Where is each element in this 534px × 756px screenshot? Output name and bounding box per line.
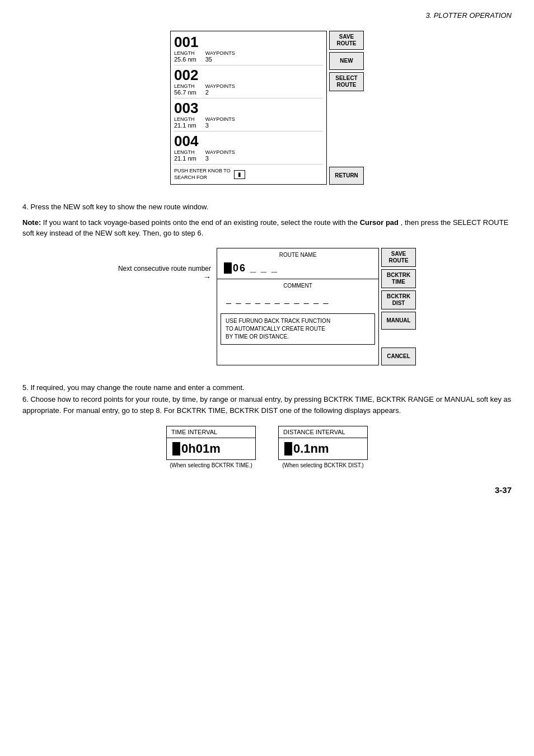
distance-interval-header: DISTANCE INTERVAL [279, 426, 367, 438]
route-number-004: 004 [174, 134, 323, 148]
route-waypoints-001: WAYPOINTS 35 [205, 50, 235, 63]
distance-interval-value-row: 0.1nm [279, 438, 367, 459]
push-enter-row: PUSH ENTER KNOB TOSEARCH FOR ▮ [174, 168, 323, 181]
select-route-button[interactable]: SELECTROUTE [329, 72, 364, 91]
route-item-003: 003 LENGTH 21.1 nm WAYPOINTS 3 [174, 101, 323, 132]
route-length-003: LENGTH 21.1 nm [174, 116, 196, 129]
page-number: 3-37 [22, 485, 512, 495]
route-number-001: 001 [174, 35, 323, 49]
route-name-panel: ROUTE NAME 06 _ _ _ COMMENT _ _ _ _ _ _ … [217, 248, 379, 365]
save-route-button-2[interactable]: SAVEROUTE [381, 248, 416, 267]
step4-note: Note: If you want to tack voyage-based p… [22, 217, 512, 239]
step4-main: 4. Press the NEW soft key to show the ne… [22, 201, 512, 213]
route-list-soft-keys: SAVEROUTE NEW SELECTROUTE RETURN [329, 31, 364, 185]
distance-interval-block: DISTANCE INTERVAL 0.1nm (When selecting … [278, 426, 368, 468]
header-title: 3. PLOTTER OPERATION [425, 11, 512, 20]
cancel-button[interactable]: CANCEL [381, 348, 416, 365]
distance-interval-value: 0.1nm [293, 442, 329, 456]
bcktrk-time-button[interactable]: BCKTRKTIME [381, 269, 416, 288]
route-waypoints-004: WAYPOINTS 3 [205, 149, 235, 162]
distance-interval-panel: DISTANCE INTERVAL 0.1nm [278, 426, 368, 460]
route-length-001: LENGTH 25.6 nm [174, 50, 196, 63]
time-interval-caption: (When selecting BCKTRK TIME.) [170, 462, 252, 468]
route-list-container: 001 LENGTH 25.6 nm WAYPOINTS 35 002 [22, 31, 512, 185]
route-details-004: LENGTH 21.1 nm WAYPOINTS 3 [174, 149, 323, 165]
push-enter-box: ▮ [234, 170, 245, 179]
info-text: USE FURUNO BACK TRACK FUNCTIONTO AUTOMAT… [226, 318, 330, 340]
route-name-label-area: Next consecutive route number → [118, 248, 211, 281]
route-details-003: LENGTH 21.1 nm WAYPOINTS 3 [174, 116, 323, 132]
route-waypoints-002: WAYPOINTS 2 [205, 83, 235, 96]
step5-text: 5. If required, you may change the route… [22, 382, 512, 394]
manual-button[interactable]: MANUAL [381, 312, 416, 330]
route-details-002: LENGTH 56.7 nm WAYPOINTS 2 [174, 83, 323, 98]
route-details-001: LENGTH 25.6 nm WAYPOINTS 35 [174, 50, 323, 65]
bcktrk-dist-button[interactable]: BCKTRKDIST [381, 290, 416, 309]
route-name-wrapper: ROUTE NAME 06 _ _ _ COMMENT _ _ _ _ _ _ … [217, 248, 416, 365]
route-name-cursor [224, 262, 232, 274]
push-enter-text: PUSH ENTER KNOB TOSEARCH FOR [174, 168, 231, 181]
page-header: 3. PLOTTER OPERATION [22, 11, 512, 20]
route-list-wrapper: 001 LENGTH 25.6 nm WAYPOINTS 35 002 [170, 31, 364, 185]
return-button[interactable]: RETURN [329, 167, 364, 185]
time-interval-value-row: 0h01m [167, 438, 255, 459]
time-interval-cursor [172, 442, 180, 456]
step6-text: 6. Choose how to record points for your … [22, 394, 512, 417]
route-item-001: 001 LENGTH 25.6 nm WAYPOINTS 35 [174, 35, 323, 65]
route-length-002: LENGTH 56.7 nm [174, 83, 196, 96]
comment-dashes: _ _ _ _ _ _ _ _ _ _ _ [222, 292, 374, 307]
route-list-panel: 001 LENGTH 25.6 nm WAYPOINTS 35 002 [170, 31, 327, 185]
route-length-004: LENGTH 21.1 nm [174, 149, 196, 162]
comment-section-label: COMMENT [222, 283, 374, 289]
route-item-002: 002 LENGTH 56.7 nm WAYPOINTS 2 [174, 68, 323, 98]
route-name-section-label: ROUTE NAME [222, 252, 374, 258]
distance-interval-caption: (When selecting BCKTRK DIST.) [282, 462, 364, 468]
route-name-input-row: 06 _ _ _ [222, 261, 374, 275]
time-interval-value: 0h01m [181, 442, 221, 456]
route-number-003: 003 [174, 101, 323, 115]
route-name-section: ROUTE NAME 06 _ _ _ [217, 248, 378, 279]
route-number-002: 002 [174, 68, 323, 82]
comment-section: COMMENT _ _ _ _ _ _ _ _ _ _ _ [217, 279, 378, 310]
distance-interval-cursor [284, 442, 292, 456]
route-item-004: 004 LENGTH 21.1 nm WAYPOINTS 3 [174, 134, 323, 165]
time-interval-block: TIME INTERVAL 0h01m (When selecting BCKT… [166, 426, 256, 468]
steps-56-text: 5. If required, you may change the route… [22, 382, 512, 417]
interval-container: TIME INTERVAL 0h01m (When selecting BCKT… [22, 426, 512, 468]
route-name-container: Next consecutive route number → ROUTE NA… [22, 248, 512, 365]
route-name-value: 06 _ _ _ [233, 262, 278, 274]
time-interval-header: TIME INTERVAL [167, 426, 255, 438]
step4-text: 4. Press the NEW soft key to show the ne… [22, 201, 512, 239]
new-button[interactable]: NEW [329, 52, 364, 70]
info-box: USE FURUNO BACK TRACK FUNCTIONTO AUTOMAT… [221, 313, 375, 345]
route-waypoints-003: WAYPOINTS 3 [205, 116, 235, 129]
consecutive-route-label: Next consecutive route number [118, 265, 211, 273]
route-name-arrow: → [203, 273, 211, 281]
save-route-button-1[interactable]: SAVEROUTE [329, 31, 364, 50]
route-name-soft-keys: SAVEROUTE BCKTRKTIME BCKTRKDIST MANUAL C… [381, 248, 416, 365]
time-interval-panel: TIME INTERVAL 0h01m [166, 426, 256, 460]
